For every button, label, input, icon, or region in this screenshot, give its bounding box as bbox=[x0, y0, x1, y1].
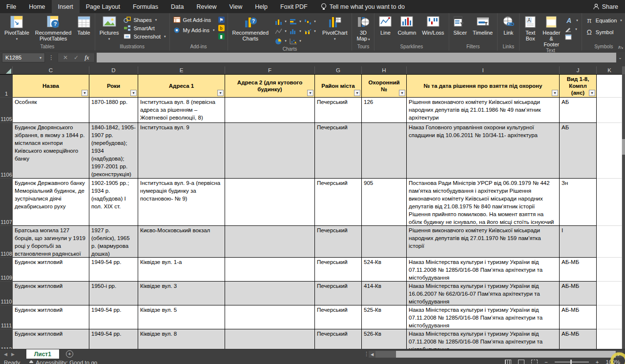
row-header[interactable]: 1105 bbox=[0, 98, 13, 123]
column-header-g[interactable]: G bbox=[315, 66, 362, 74]
cell-name[interactable]: Будинок житловий bbox=[13, 282, 89, 305]
cell-k[interactable] bbox=[597, 179, 622, 226]
cell-address1[interactable]: Кіквідзе вул. 3 bbox=[138, 282, 225, 305]
cell-years[interactable]: 1927 р. (обеліск), 1965 р. (мармурова до… bbox=[89, 226, 138, 258]
equation-button[interactable]: π Equation ▾ bbox=[583, 17, 624, 24]
filter-button[interactable]: ▾ bbox=[552, 90, 558, 96]
sheet-nav-right-icon[interactable]: ▶ bbox=[11, 352, 19, 357]
cell-decision[interactable]: Наказ Міністерства культури і туризму Ук… bbox=[407, 258, 560, 282]
column-header-d[interactable]: D bbox=[89, 66, 138, 74]
cell-decision[interactable]: Рішення виконавчого комітету Київської м… bbox=[407, 98, 560, 123]
zoom-out-icon[interactable]: − bbox=[544, 359, 548, 364]
cell-decision[interactable]: Рішення виконавчого комітету Київської м… bbox=[407, 226, 560, 258]
filter-button[interactable]: ▾ bbox=[399, 90, 405, 96]
cell-address1[interactable]: Кіквідзе вул. 1-а bbox=[138, 258, 225, 282]
sparkline-line-button[interactable]: Line bbox=[376, 15, 395, 36]
cell-address1[interactable]: Інститутська вул. 9 bbox=[138, 123, 225, 179]
cell-type[interactable]: АБ-МБ bbox=[560, 258, 597, 282]
pivotchart-button[interactable]: PivotChart ▾ bbox=[319, 15, 350, 42]
pivottable-button[interactable]: PivotTable ▾ bbox=[1, 15, 32, 42]
insert-function-icon[interactable]: fx bbox=[84, 54, 89, 61]
filter-button[interactable]: ▾ bbox=[82, 90, 88, 96]
cell-years[interactable]: 1902-1905 рр.; 1934 р. (надбудова) І пол… bbox=[89, 179, 138, 226]
cell-protection-number[interactable]: 525-Кв bbox=[362, 305, 407, 329]
column-header-i[interactable]: I bbox=[407, 66, 560, 74]
header-cell-roky[interactable]: Роки▾ bbox=[89, 75, 138, 98]
cell-type[interactable]: АБ-МБ bbox=[560, 329, 597, 349]
cell-name[interactable]: Будинок житловий bbox=[13, 258, 89, 282]
header-cell-nazva[interactable]: Назва▾ bbox=[13, 75, 89, 98]
cell-protection-number[interactable]: 524-Кв bbox=[362, 258, 407, 282]
cell-years[interactable]: 1949-54 рр. bbox=[89, 329, 138, 349]
3d-map-button[interactable]: 3D Map▾ bbox=[354, 15, 373, 42]
sheet-nav-left-icon[interactable]: ◀ bbox=[0, 352, 11, 357]
cell-k[interactable] bbox=[597, 98, 622, 123]
cell-district[interactable]: Печерський bbox=[315, 226, 362, 258]
cell-district[interactable]: Печерський bbox=[315, 123, 362, 179]
header-cell-vyd[interactable]: Вид 1-8, Компл (анс)▾ bbox=[560, 75, 597, 98]
cell-type[interactable]: АБ bbox=[560, 123, 597, 179]
cell-protection-number[interactable]: 414-Кв bbox=[362, 282, 407, 305]
filter-button[interactable]: ▾ bbox=[307, 90, 313, 96]
link-button[interactable]: Link bbox=[499, 15, 518, 36]
row-header[interactable]: 1111 bbox=[0, 305, 13, 329]
sheet-tab-active[interactable]: Лист1 bbox=[26, 349, 59, 359]
line-chart-button[interactable]: ▾ bbox=[273, 26, 288, 36]
symbol-button[interactable]: Ω Symbol bbox=[583, 28, 624, 36]
zoom-in-icon[interactable]: + bbox=[596, 359, 599, 364]
formula-bar-handle[interactable]: ⋮ bbox=[45, 54, 58, 61]
column-header-j[interactable]: J bbox=[560, 66, 597, 74]
cell-protection-number[interactable]: 526-Кв bbox=[362, 329, 407, 349]
slicer-button[interactable]: Slicer bbox=[451, 15, 470, 36]
recommended-pivottables-button[interactable]: ? Recommended PivotTables bbox=[32, 15, 75, 41]
combo-chart-button[interactable]: ▾ bbox=[303, 26, 317, 36]
cell-protection-number[interactable] bbox=[362, 226, 407, 258]
cell-name[interactable]: Будинок житловий bbox=[13, 329, 89, 349]
cell-address2[interactable] bbox=[225, 179, 315, 226]
table-button[interactable]: Table bbox=[74, 15, 93, 36]
tab-foxit-pdf[interactable]: Foxit PDF bbox=[274, 0, 314, 13]
sparkline-winloss-button[interactable]: Win/Loss bbox=[419, 15, 447, 36]
header-cell-rishennia[interactable]: № та дата рішення про взяття під охорону… bbox=[407, 75, 560, 98]
tab-page-layout[interactable]: Page Layout bbox=[80, 0, 126, 13]
cell-protection-number[interactable] bbox=[362, 123, 407, 179]
cell-decision[interactable]: Наказ Міністерства культури і туризму Ук… bbox=[407, 282, 560, 305]
horizontal-scrollbar[interactable]: ◀ ▶ bbox=[369, 351, 623, 358]
column-header-k[interactable]: K bbox=[597, 66, 622, 74]
cell-name[interactable]: Братська могила 127 борців, що загинули … bbox=[13, 226, 89, 258]
expand-formula-bar-icon[interactable]: ⌄ bbox=[616, 55, 624, 60]
tab-view[interactable]: View bbox=[223, 0, 249, 13]
object-button[interactable] bbox=[563, 34, 580, 40]
filter-button[interactable]: ▾ bbox=[130, 90, 137, 96]
cell-address1[interactable]: Інститутська вул. 8 (первісна адреса за … bbox=[138, 98, 225, 123]
cell-district[interactable]: Печерський bbox=[315, 98, 362, 123]
bar-chart-button[interactable]: ▾ bbox=[288, 17, 303, 26]
filter-button[interactable]: ▾ bbox=[354, 90, 360, 96]
cell-k[interactable] bbox=[597, 329, 622, 349]
cell-decision[interactable]: Наказ Міністерства культури і туризму Ук… bbox=[407, 305, 560, 329]
cell-name[interactable]: Будинок Державного банку Меморіальний бу… bbox=[13, 179, 89, 226]
row-header[interactable]: 1109 bbox=[0, 258, 13, 282]
cell-name[interactable]: Особняк bbox=[13, 98, 89, 123]
cell-address1[interactable]: Кіквідзе вул. 8 bbox=[138, 329, 225, 349]
row-header[interactable]: 1112 bbox=[0, 329, 13, 349]
cell-address2[interactable] bbox=[225, 329, 315, 349]
row-header[interactable]: 1110 bbox=[0, 282, 13, 305]
addin-bing-icon[interactable]: b bbox=[218, 25, 225, 31]
cell-district[interactable]: Печерський bbox=[315, 258, 362, 282]
cell-type[interactable]: АБ-МБ bbox=[560, 282, 597, 305]
accessibility-status[interactable]: Accessibility: Good to go bbox=[36, 360, 97, 364]
cell-district[interactable]: Печерський bbox=[315, 282, 362, 305]
cell-address2[interactable] bbox=[225, 98, 315, 123]
signature-line-button[interactable]: ▾ bbox=[563, 26, 580, 32]
enter-icon[interactable]: ✓ bbox=[74, 54, 79, 61]
tab-file[interactable]: File bbox=[0, 0, 22, 13]
normal-view-icon[interactable] bbox=[505, 360, 511, 364]
cell-name[interactable]: Будинок житловий bbox=[13, 305, 89, 329]
column-header-c[interactable]: C bbox=[13, 66, 89, 74]
cell-address1[interactable]: Києво-Московський вокзал bbox=[138, 226, 225, 258]
page-break-view-icon[interactable] bbox=[531, 360, 538, 364]
header-cell-adresa1[interactable]: Адреса 1▾ bbox=[138, 75, 225, 98]
collapse-ribbon-icon[interactable]: ∧ bbox=[618, 44, 621, 50]
filter-button[interactable]: ▾ bbox=[217, 90, 224, 96]
